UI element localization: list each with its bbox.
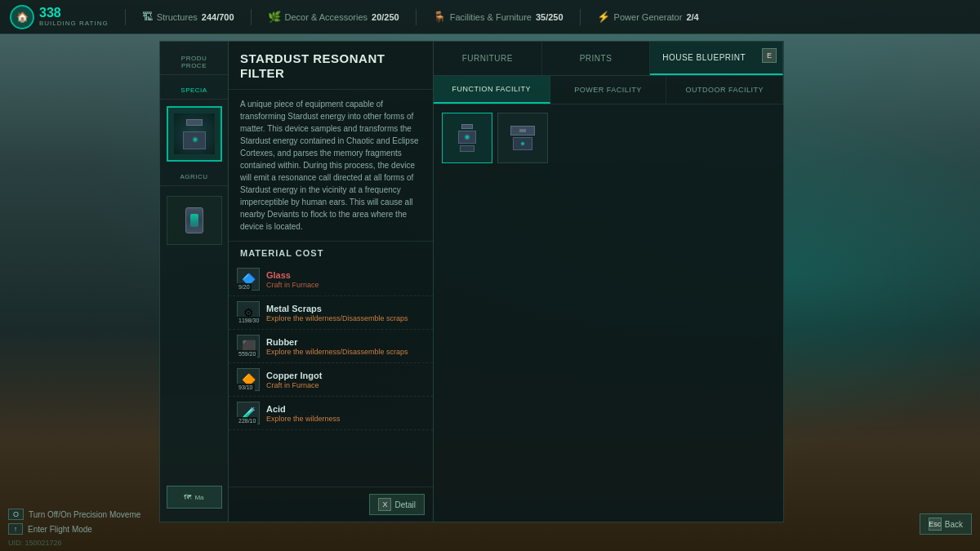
material-info-rubber: Rubber Explore the wilderness/Disassembl… [266,337,425,356]
material-item-copper: 🔶 93/10 Copper Ingot Craft in Furnace [229,363,433,397]
material-cost-header: MATERIAL COST [229,242,433,263]
machine-icon [180,119,209,149]
precision-label: Turn Off/On Precision Moveme [29,510,140,519]
material-info-acid: Acid Explore the wilderness [266,404,425,423]
tube-icon [185,207,203,233]
power-value: 2/4 [686,12,698,22]
item-card-1[interactable] [442,113,492,163]
machine-body [183,131,206,149]
map-button[interactable]: 🗺 Ma [167,486,222,509]
pipe-machine [510,126,535,150]
bottom-controls: O Turn Off/On Precision Moveme ↑ Enter F… [8,509,140,535]
material-info-glass: Glass Craft in Furnace [266,270,425,289]
flight-label: Enter Flight Mode [28,525,92,534]
detail-header: STARDUST RESONANT FILTER [229,42,433,90]
machine-glow [192,136,198,143]
detail-panel: STARDUST RESONANT FILTER A unique piece … [229,41,433,522]
tab-furniture[interactable]: FURNITURE [434,42,542,75]
material-item-acid: 🧪 228/10 Acid Explore the wilderness [229,397,433,430]
e-key-button[interactable]: E [762,48,777,63]
material-item-rubber: ⬛ 559/20 Rubber Explore the wilderness/D… [229,330,433,363]
detail-label: Detail [394,500,416,509]
sidebar-section-agri: AGRICU [160,168,228,186]
item-title: STARDUST RESONANT FILTER [240,51,421,81]
material-icon-glass: 🔷 9/20 [237,268,260,291]
power-icon: ⚡ [597,11,610,23]
hud-divider-1 [125,9,126,25]
pipe-light [520,141,525,146]
material-info-metal: Metal Scraps Explore the wilderness/Disa… [266,304,425,322]
uid-text: UID: 150021726 [8,539,62,547]
rubber-name: Rubber [266,337,425,347]
material-icon-copper: 🔶 93/10 [237,368,260,391]
sidebar-section-production: PRODUPROCE [160,50,228,75]
pipe-top [510,126,535,136]
decor-value: 20/250 [372,12,399,22]
copper-source: Craft in Furnace [266,381,425,389]
item-machine-1 [449,120,485,156]
decor-label: Decor & Accessories [285,12,368,22]
detail-footer: X Detail [229,487,433,522]
material-icon-acid: 🧪 228/10 [237,402,260,424]
materials-list: 🔷 9/20 Glass Craft in Furnace ⚙ 1198/30 … [229,263,433,487]
esc-button[interactable]: Esc Back [920,513,972,535]
sidebar-agri-section [160,193,228,248]
material-icon-rubber: ⬛ 559/20 [237,335,260,358]
material-icon-metal: ⚙ 1198/30 [237,301,260,324]
tab-prints[interactable]: PRINTS [542,42,651,75]
hud-divider-2 [251,9,252,25]
acid-name: Acid [266,404,425,414]
hud-top-bar: 🏠 338 BUILDING RATING 🏗 Structures 244/7… [0,0,980,34]
material-item-glass: 🔷 9/20 Glass Craft in Furnace [229,263,433,296]
items-area [434,104,783,522]
building-icon: 🏠 [10,5,34,29]
rubber-qty: 559/20 [237,350,257,358]
hud-stat-structures: 🏗 Structures 244/700 [142,11,234,23]
right-panel: E FURNITURE PRINTS HOUSE BLUEPRINT FUNCT… [433,41,784,522]
metal-source: Explore the wilderness/Disassemble scrap… [266,314,425,322]
selected-item-card[interactable] [167,106,222,162]
tab-bar-top: FURNITURE PRINTS HOUSE BLUEPRINT [434,42,783,76]
power-label: Power Generator [614,12,683,22]
left-sidebar: PRODUPROCE SPECIA AGRICU [159,41,229,522]
material-item-metal: ⚙ 1198/30 Metal Scraps Explore the wilde… [229,296,433,330]
detail-button[interactable]: X Detail [369,494,425,515]
glass-source: Craft in Furnace [266,281,425,289]
glass-name: Glass [266,270,425,280]
structures-value: 244/700 [202,12,234,22]
structures-label: Structures [157,12,198,22]
decor-icon: 🌿 [268,11,281,23]
tab-outdoor-facility[interactable]: OUTDOOR FACILITY [666,76,783,104]
acid-qty: 228/10 [237,417,257,424]
hud-stat-facilities: 🪑 Facilities & Furniture 35/250 [433,11,564,23]
facilities-value: 35/250 [536,12,564,22]
glass-qty: 9/20 [237,283,252,291]
machine-top [186,119,203,126]
metal-qty: 1198/30 [237,317,261,324]
map-icon: 🗺 [184,493,191,501]
map-label: Ma [194,494,203,501]
tab-power-facility[interactable]: POWER FACILITY [550,76,667,104]
tube-glow [190,214,198,227]
facilities-icon: 🪑 [433,11,446,23]
hud-stat-decor: 🌿 Decor & Accessories 20/250 [268,11,399,23]
copper-qty: 93/10 [237,384,255,391]
item-card-2[interactable] [497,113,548,163]
hud-divider-3 [416,9,416,25]
sidebar-section-special[interactable]: SPECIA [160,82,228,100]
hud-stat-power: ⚡ Power Generator 2/4 [597,11,699,23]
control-precision: O Turn Off/On Precision Moveme [8,509,140,520]
item-machine-2 [505,120,541,156]
building-rating: 🏠 338 BUILDING RATING [10,5,109,29]
hud-divider-4 [580,9,581,25]
rating-label: BUILDING RATING [39,20,109,28]
tab-function-facility[interactable]: FUNCTION FACILITY [434,76,550,104]
arrow-key: ↑ [8,523,23,535]
material-info-copper: Copper Ingot Craft in Furnace [266,371,425,389]
agri-item-1[interactable] [167,196,222,245]
rating-number: 338 [39,6,109,20]
acid-source: Explore the wilderness [266,415,425,423]
tab-bar-sub: FUNCTION FACILITY POWER FACILITY OUTDOOR… [434,76,783,104]
back-label: Back [945,520,963,529]
main-panel: PRODUPROCE SPECIA AGRICU [159,41,784,522]
